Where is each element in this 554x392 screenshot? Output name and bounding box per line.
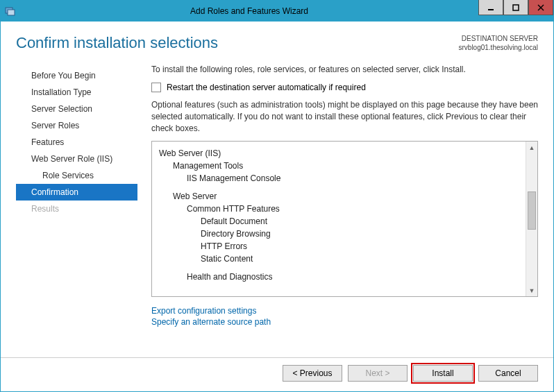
maximize-button[interactable] xyxy=(503,0,528,15)
restart-option[interactable]: Restart the destination server automatic… xyxy=(151,83,538,92)
tree-item: IIS Management Console xyxy=(159,172,519,185)
tree-item: Management Tools xyxy=(159,160,519,172)
export-link[interactable]: Export configuration settings xyxy=(151,305,538,316)
main-panel: To install the following roles, role ser… xyxy=(137,65,538,350)
destination-server: srvblog01.thesolving.local xyxy=(458,43,538,52)
tree-item: Directory Browsing xyxy=(159,228,519,240)
header-row: Confirm installation selections DESTINAT… xyxy=(16,34,538,52)
nav-item-installation-type[interactable]: Installation Type xyxy=(16,84,137,101)
footer: < Previous Next > Install Cancel xyxy=(1,357,553,391)
install-button[interactable]: Install xyxy=(413,365,473,382)
nav-item-role-services[interactable]: Role Services xyxy=(16,167,137,184)
window-buttons xyxy=(478,1,553,22)
tree-item: Common HTTP Features xyxy=(159,203,519,215)
nav-item-features[interactable]: Features xyxy=(16,134,137,151)
scroll-track[interactable] xyxy=(526,153,537,284)
instruction-text: To install the following roles, role ser… xyxy=(151,65,538,74)
titlebar: Add Roles and Features Wizard xyxy=(1,1,553,22)
action-links: Export configuration settings Specify an… xyxy=(151,305,538,327)
scrollbar[interactable]: ▲ ▼ xyxy=(526,142,537,296)
svg-rect-3 xyxy=(513,5,519,10)
tree-item: Static Content xyxy=(159,253,519,265)
cancel-button[interactable]: Cancel xyxy=(478,365,538,382)
content-area: Confirm installation selections DESTINAT… xyxy=(1,22,553,357)
wizard-window: Add Roles and Features Wizard Confirm in… xyxy=(0,0,554,392)
nav-item-server-roles[interactable]: Server Roles xyxy=(16,117,137,134)
restart-label: Restart the destination server automatic… xyxy=(167,83,366,92)
minimize-button[interactable] xyxy=(478,0,503,15)
restart-checkbox[interactable] xyxy=(151,83,161,92)
svg-rect-1 xyxy=(8,10,15,15)
description-text: Optional features (such as administratio… xyxy=(151,99,538,134)
scroll-up-arrow[interactable]: ▲ xyxy=(526,142,537,153)
tree-item: Health and Diagnostics xyxy=(159,271,519,283)
tree-item: Default Document xyxy=(159,215,519,228)
destination-info: DESTINATION SERVER srvblog01.thesolving.… xyxy=(458,34,538,52)
tree-content: Web Server (IIS)Management ToolsIIS Mana… xyxy=(152,142,526,296)
tree-item: Web Server (IIS) xyxy=(159,147,519,160)
next-button: Next > xyxy=(348,365,408,382)
alt-source-link[interactable]: Specify an alternate source path xyxy=(151,316,538,327)
tree-item: Web Server xyxy=(159,190,519,203)
destination-label: DESTINATION SERVER xyxy=(458,34,538,43)
wizard-nav: Before You BeginInstallation TypeServer … xyxy=(16,65,137,350)
scroll-down-arrow[interactable]: ▼ xyxy=(526,284,537,296)
tree-item: HTTP Errors xyxy=(159,240,519,253)
nav-item-web-server-role-iis-[interactable]: Web Server Role (IIS) xyxy=(16,151,137,167)
window-title: Add Roles and Features Wizard xyxy=(20,6,478,16)
previous-button[interactable]: < Previous xyxy=(283,365,342,382)
nav-item-confirmation[interactable]: Confirmation xyxy=(16,184,137,201)
page-title: Confirm installation selections xyxy=(16,34,218,52)
nav-item-before-you-begin[interactable]: Before You Begin xyxy=(16,67,137,84)
nav-item-server-selection[interactable]: Server Selection xyxy=(16,101,137,117)
features-tree: Web Server (IIS)Management ToolsIIS Mana… xyxy=(151,141,538,297)
scroll-thumb[interactable] xyxy=(528,191,536,230)
app-icon xyxy=(1,6,20,17)
body-row: Before You BeginInstallation TypeServer … xyxy=(16,65,538,350)
nav-item-results: Results xyxy=(16,201,137,217)
close-button[interactable] xyxy=(528,0,553,15)
